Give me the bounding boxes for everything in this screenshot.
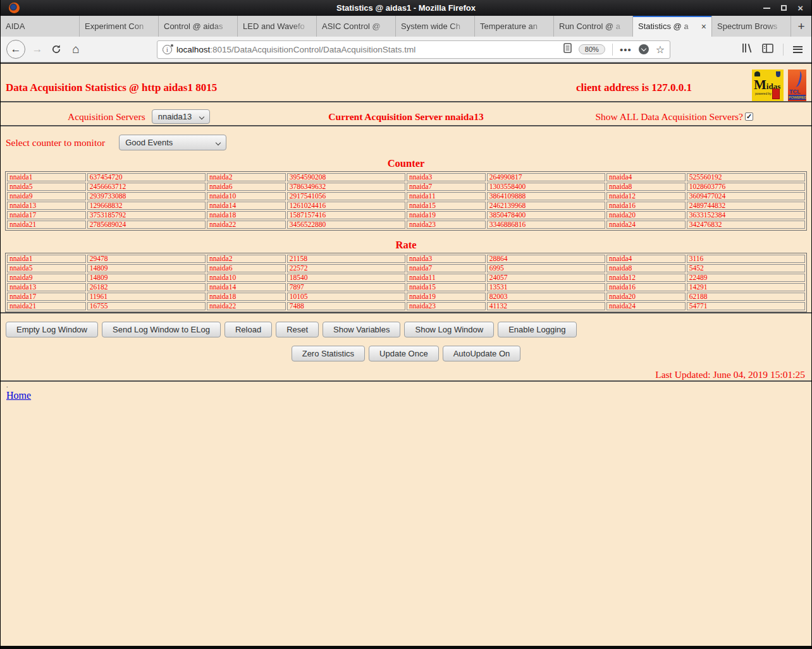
rate-value: 18540 (287, 274, 405, 282)
tab-led-and-wavefo[interactable]: LED and Wavefo (238, 16, 317, 37)
current-server-text: Current Acquisition Server nnaida13 (328, 111, 483, 123)
counter-value: 2456663712 (87, 183, 206, 191)
counter-value: 3456522880 (287, 221, 405, 229)
url-text[interactable]: localhost:8015/DataAcquisitionControl/Da… (176, 45, 563, 54)
url-bar[interactable]: i localhost:8015/DataAcquisitionControl/… (157, 40, 670, 59)
bookmark-star-icon[interactable]: ☆ (656, 44, 665, 56)
rate-server-name: nnaida20 (606, 293, 686, 301)
new-tab-button[interactable]: + (791, 16, 811, 37)
forward-icon[interactable]: → (30, 43, 44, 56)
update-once-button[interactable]: Update Once (369, 346, 439, 361)
empty-log-window-button[interactable]: Empty Log Window (6, 322, 98, 337)
rate-table-row: nnaida1326182nnaida147897nnaida1513531nn… (7, 283, 805, 291)
counter-table: nnaida1637454720nnaida23954590208nnaida3… (5, 171, 807, 231)
counter-value: 2489744832 (687, 202, 805, 210)
site-info-icon[interactable]: i (163, 45, 172, 54)
reload-icon[interactable] (49, 44, 63, 54)
maximize-button[interactable] (781, 5, 787, 11)
tab-temperature-an[interactable]: Temperature an (475, 16, 554, 37)
reset-button[interactable]: Reset (276, 322, 319, 337)
acquisition-server-picker: Acquisition Servers nnaida13 (1, 109, 328, 124)
counter-server-name: nnaida22 (207, 221, 286, 229)
counter-monitor-row: Select counter to monitor Good Events (6, 135, 811, 150)
counter-value: 2939733088 (87, 192, 206, 200)
back-icon[interactable]: ← (6, 40, 25, 59)
rate-value: 82003 (487, 293, 605, 301)
midas-logo[interactable]: Midas powered by (752, 70, 784, 101)
rate-value: 14291 (687, 283, 805, 291)
reload-button[interactable]: Reload (225, 322, 272, 337)
url-path: :8015/DataAcquisitionControl/DataAcquisi… (210, 45, 415, 54)
page-actions-icon[interactable]: ••• (620, 44, 632, 55)
show-log-window-button[interactable]: Show Log Window (404, 322, 494, 337)
rate-value: 29478 (87, 255, 206, 263)
zero-statistics-button[interactable]: Zero Statistics (292, 346, 365, 361)
sidebar-icon[interactable] (762, 44, 773, 56)
rate-server-name: nnaida6 (207, 264, 286, 272)
button-row-2: Zero StatisticsUpdate OnceAutoUpdate On (1, 346, 811, 361)
tab-spectrum-brows[interactable]: Spectrum Brows (712, 16, 791, 37)
library-icon[interactable] (741, 43, 753, 56)
acquisition-server-select-value: nnaida13 (158, 112, 192, 121)
rate-heading: Rate (1, 239, 811, 252)
select-counter-label: Select counter to monitor (6, 137, 105, 149)
rate-table: nnaida129478nnaida221158nnaida328864nnai… (5, 253, 807, 312)
tab-aida[interactable]: AIDA (1, 16, 80, 37)
tab-system-wide-ch[interactable]: System wide Ch (396, 16, 475, 37)
rate-value: 62188 (687, 293, 805, 301)
tab-experiment-con[interactable]: Experiment Con (80, 16, 159, 37)
counter-value: 3954590208 (287, 173, 405, 181)
counter-value: 2462139968 (487, 202, 605, 210)
rate-server-name: nnaida3 (407, 255, 486, 263)
counter-server-name: nnaida3 (407, 173, 486, 181)
acquisition-server-select[interactable]: nnaida13 (152, 109, 210, 124)
divider (612, 44, 613, 56)
counter-server-name: nnaida16 (606, 202, 686, 210)
tab-statistics-a[interactable]: Statistics @ a× (633, 16, 712, 37)
zoom-level-badge[interactable]: 80% (579, 44, 605, 54)
rate-server-name: nnaida23 (407, 302, 486, 310)
counter-value: 1261024416 (287, 202, 405, 210)
show-all-checkbox[interactable]: ✓ (745, 112, 753, 121)
tcl-logo[interactable]: TCL POWERED (788, 70, 806, 101)
counter-server-name: nnaida23 (407, 221, 486, 229)
rate-value: 22489 (687, 274, 805, 282)
counter-value: 3633152384 (687, 211, 805, 219)
tab-asic-control[interactable]: ASIC Control @ (317, 16, 396, 37)
enable-logging-button[interactable]: Enable Logging (498, 322, 576, 337)
logos: Midas powered by TCL POWERED (752, 70, 806, 101)
send-log-window-to-elog-button[interactable]: Send Log Window to ELog (102, 322, 221, 337)
counter-value: 3753185792 (87, 211, 206, 219)
close-button[interactable]: × (797, 4, 803, 11)
counter-server-name: nnaida15 (407, 202, 486, 210)
pocket-icon[interactable] (639, 44, 649, 54)
rate-server-name: nnaida2 (207, 255, 286, 263)
firefox-icon (9, 3, 20, 13)
tab-control-aidas[interactable]: Control @ aidas (159, 16, 238, 37)
rate-server-name: nnaida7 (407, 264, 486, 272)
rate-server-name: nnaida1 (7, 255, 86, 263)
menu-hamburger-icon[interactable] (793, 46, 803, 53)
midas-dome-icon (754, 71, 760, 76)
midas-powered-by-text: powered by (755, 92, 772, 95)
rate-server-name: nnaida10 (207, 274, 286, 282)
rate-value: 11961 (87, 293, 206, 301)
tab-close-icon[interactable]: × (701, 23, 706, 30)
tab-run-control-a[interactable]: Run Control @ a (554, 16, 633, 37)
dot-text: . (6, 382, 811, 388)
rate-value: 16755 (87, 302, 206, 310)
tab-label: Temperature an (480, 21, 548, 31)
show-variables-button[interactable]: Show Variables (323, 322, 400, 337)
rate-server-name: nnaida12 (606, 274, 686, 282)
autoupdate-on-button[interactable]: AutoUpdate On (443, 346, 521, 361)
rate-value: 14809 (87, 264, 206, 272)
home-link[interactable]: Home (6, 390, 31, 401)
rate-server-name: nnaida5 (7, 264, 86, 272)
rate-value: 6995 (487, 264, 605, 272)
minimize-button[interactable] (763, 8, 770, 9)
tab-label: LED and Wavefo (243, 21, 311, 31)
counter-value: 1303558400 (487, 183, 605, 191)
reader-mode-icon[interactable] (563, 43, 572, 56)
counter-type-select[interactable]: Good Events (119, 135, 226, 150)
home-icon[interactable]: ⌂ (68, 42, 83, 56)
